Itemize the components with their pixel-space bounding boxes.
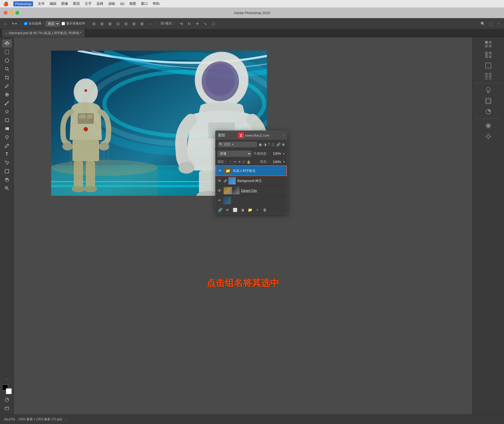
layer-visibility-icon-4[interactable]: 👁 xyxy=(218,198,222,203)
panel-nodes-icon[interactable] xyxy=(483,132,494,141)
layers-delete-btn[interactable]: 🗑 xyxy=(262,207,268,213)
layers-opacity-value[interactable]: 100% xyxy=(272,152,281,156)
close-button[interactable] xyxy=(4,11,7,15)
layers-filter-smart-icon[interactable]: 🔗 xyxy=(276,142,281,146)
canvas-area[interactable]: 点击组名将其选中 xyxy=(14,37,472,414)
quick-mask-tool[interactable] xyxy=(2,396,12,404)
move-tool-btn[interactable]: ✛ ▾ xyxy=(10,21,18,26)
eyedropper-tool[interactable] xyxy=(2,82,12,90)
move-tool[interactable] xyxy=(2,39,12,47)
layers-filter-adjust-icon[interactable]: ◑ xyxy=(263,142,266,146)
layers-filter-dropdown-icon[interactable]: ▾ xyxy=(232,143,234,146)
align-left-icon[interactable]: ⊟ xyxy=(91,21,97,27)
layers-mask-btn[interactable]: ⬜ xyxy=(232,207,238,213)
menu-layer[interactable]: 图层 xyxy=(73,1,80,6)
layers-filter-toggle-dot[interactable] xyxy=(282,143,285,146)
layers-adjustment-btn[interactable]: ◑ xyxy=(239,207,245,213)
layers-filter-pixel-icon[interactable]: ▣ xyxy=(259,142,262,146)
layer-item-partial[interactable]: 👁 xyxy=(216,196,287,206)
3d-scale-icon[interactable]: ⤡ xyxy=(202,21,209,27)
layers-fill-value[interactable]: 100% xyxy=(272,160,281,164)
apple-menu[interactable]: 🍎 xyxy=(3,1,9,6)
layer-visibility-icon-1[interactable]: 👁 xyxy=(218,169,222,173)
layers-group-btn[interactable]: 📁 xyxy=(247,207,253,213)
panel-btn-4[interactable] xyxy=(483,71,494,81)
layers-link-btn[interactable]: 🔗 xyxy=(217,207,223,213)
type-tool[interactable]: T xyxy=(2,150,12,158)
3d-orbit-icon[interactable]: ⟲ xyxy=(178,21,185,27)
heal-tool[interactable] xyxy=(2,91,12,99)
layer-item-bg-copy[interactable]: 👁 🔗 Background 拷贝 xyxy=(216,176,287,186)
auto-select-dropdown[interactable]: 图层 xyxy=(46,21,60,27)
3d-camera-icon[interactable]: 🎥 xyxy=(210,21,217,27)
more-options-icon[interactable]: ··· xyxy=(147,21,153,27)
panel-btn-2[interactable] xyxy=(483,50,494,60)
menu-image[interactable]: 图像 xyxy=(61,1,68,6)
clone-tool[interactable] xyxy=(2,108,12,116)
menu-3d[interactable]: 3D xyxy=(120,2,124,6)
layers-add-btn[interactable]: ＋ xyxy=(254,207,260,213)
home-icon[interactable]: ⌂ xyxy=(2,21,9,27)
align-center-h-icon[interactable]: ⊟ xyxy=(123,21,129,27)
lock-all-icon[interactable]: 🔒 xyxy=(247,160,251,164)
lock-move-icon[interactable]: ✛ xyxy=(238,160,241,164)
lock-artboard-icon[interactable]: ⬡ xyxy=(242,160,245,164)
layers-filter-text-icon[interactable]: T xyxy=(268,142,270,146)
layer-visibility-icon-3[interactable]: 👁 xyxy=(218,189,222,193)
menu-file[interactable]: 文件 xyxy=(38,1,45,6)
panel-circle-icon[interactable] xyxy=(483,107,494,116)
panel-btn-3[interactable] xyxy=(483,61,494,70)
auto-select-checkbox[interactable]: 自动选择： 图层 xyxy=(24,21,60,27)
layer-item-desert[interactable]: 👁 Desert City xyxy=(216,186,287,196)
status-arrow[interactable]: 〉 xyxy=(65,417,68,422)
menu-text[interactable]: 文字 xyxy=(85,1,92,6)
3d-rotate-icon[interactable]: ✛ xyxy=(194,21,201,27)
screen-mode-tool[interactable] xyxy=(2,404,12,412)
align-vert-icon[interactable]: ⊠ xyxy=(139,21,145,27)
menu-view[interactable]: 视图 xyxy=(129,1,136,6)
maximize-button[interactable] xyxy=(15,11,19,15)
align-top-icon[interactable]: ⊡ xyxy=(115,21,121,27)
menu-help[interactable]: 帮助 xyxy=(153,1,160,6)
layer-item-group[interactable]: 👁 📁 机器人和宇航员 xyxy=(216,165,287,176)
panel-lightbulb-icon[interactable] xyxy=(483,85,494,95)
more-tools[interactable]: ··· xyxy=(2,375,12,383)
align-center-v-icon[interactable]: ⊞ xyxy=(99,21,105,27)
search-icon[interactable]: 🔍 xyxy=(479,21,486,27)
eraser-tool[interactable] xyxy=(2,116,12,124)
quick-selection-tool[interactable] xyxy=(2,65,12,73)
document-tab[interactable]: × Astronaut.psd @ 66.7% (机器人和宇航员, RGB/8)… xyxy=(2,29,85,37)
menu-edit[interactable]: 编辑 xyxy=(50,1,56,6)
dodge-tool[interactable] xyxy=(2,133,12,141)
layers-fill-dropdown-icon[interactable]: ▾ xyxy=(283,160,285,164)
tab-close-icon[interactable]: × xyxy=(5,32,7,35)
zoom-tool[interactable] xyxy=(2,184,12,192)
menu-select[interactable]: 选择 xyxy=(96,1,103,6)
minimize-button[interactable] xyxy=(10,11,13,15)
layer-visibility-icon-2[interactable]: 👁 xyxy=(218,179,222,183)
layers-blend-mode-select[interactable]: 穿透 xyxy=(218,151,251,157)
workspace-layout-icon[interactable]: ⬚ xyxy=(487,21,494,27)
color-picker[interactable] xyxy=(2,385,12,394)
share-icon[interactable]: ↑ xyxy=(495,21,502,27)
panel-atom-icon[interactable] xyxy=(483,121,494,131)
align-right-icon[interactable]: ⊠ xyxy=(107,21,113,27)
show-transform-checkbox[interactable]: 显示变换控件 xyxy=(62,21,85,26)
layers-fx-btn[interactable]: fx xyxy=(225,207,230,213)
layers-opacity-dropdown-icon[interactable]: ▾ xyxy=(283,152,285,156)
align-bottom-icon[interactable]: ⊞ xyxy=(131,21,137,27)
hand-tool[interactable] xyxy=(2,176,12,184)
menu-window[interactable]: 窗口 xyxy=(141,1,148,6)
lasso-tool[interactable] xyxy=(2,56,12,64)
lock-transparency-icon[interactable]: ⬚ xyxy=(229,160,232,164)
panel-frame-icon[interactable] xyxy=(483,96,494,106)
pen-tool[interactable] xyxy=(2,142,12,150)
panel-collapse-arrow[interactable]: » xyxy=(283,134,284,137)
shape-tool[interactable] xyxy=(2,167,12,175)
brush-tool[interactable] xyxy=(2,99,12,107)
layers-filter-shape-icon[interactable]: ◻ xyxy=(272,142,275,146)
3d-pan-icon[interactable]: ↻ xyxy=(186,21,193,27)
lock-brush-icon[interactable]: ✏ xyxy=(234,160,237,164)
selection-tool[interactable] xyxy=(2,48,12,56)
panel-btn-1[interactable] xyxy=(483,39,494,49)
